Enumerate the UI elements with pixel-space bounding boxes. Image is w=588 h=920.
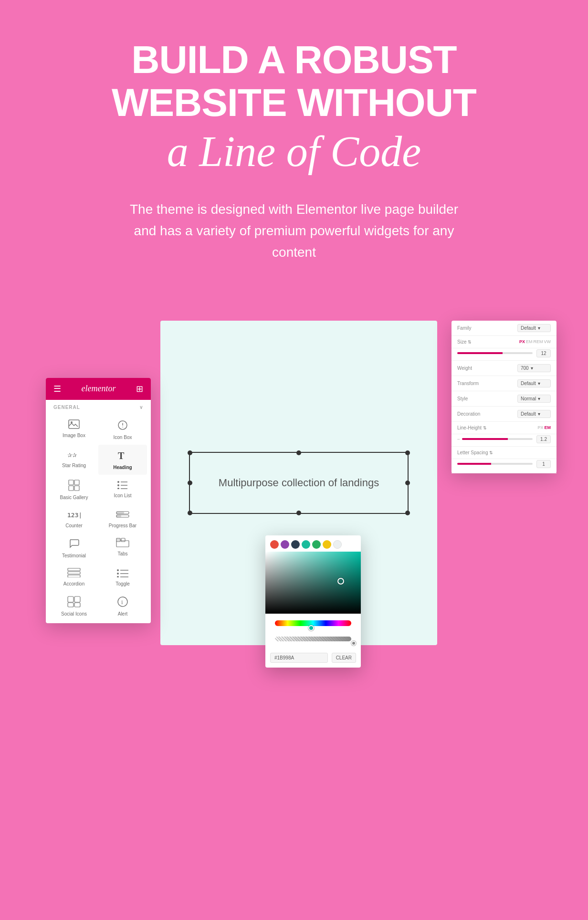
svg-point-26 [117,569,119,571]
svg-text:123|: 123| [67,512,81,519]
widget-icon-box-label: Icon Box [114,435,132,440]
svg-rect-32 [68,596,74,602]
typo-letterspacing-slider[interactable] [457,463,533,465]
handle-top-center[interactable] [296,450,301,455]
handle-middle-right[interactable] [405,481,410,485]
hue-slider[interactable] [275,620,351,626]
swatch-purple[interactable] [281,540,289,549]
hero-title-line1: BUILD A ROBUST [38,38,550,81]
typo-size-label: Size ⇅ [457,339,495,345]
handle-top-left[interactable] [188,450,192,455]
swatch-yellow[interactable] [323,540,331,549]
widget-accordion[interactable]: Accordion [50,563,98,591]
handle-top-right[interactable] [405,450,410,455]
opacity-slider-cursor[interactable] [351,641,356,646]
chevron-down-icon: ▾ [538,381,540,386]
grid-icon[interactable]: ⊞ [136,384,143,394]
typo-size-link-icon: ⇅ [468,340,472,345]
hue-slider-cursor[interactable] [308,625,314,631]
widget-heading-label: Heading [113,465,132,470]
swatch-dark[interactable] [291,540,300,549]
chevron-down-icon[interactable]: ∨ [139,405,143,410]
handle-bottom-right[interactable] [405,511,410,515]
typo-transform-value: Default ▾ [495,379,551,387]
swatch-light[interactable] [333,540,342,549]
icon-list-icon [117,480,128,491]
widget-counter[interactable]: 123| Counter [50,505,98,533]
svg-rect-24 [68,572,80,574]
widget-tabs[interactable]: Tabs [98,533,147,563]
typo-transform-row: Transform Default ▾ [452,376,556,391]
typo-lineheight-unit-group: PX EM [537,425,551,430]
widget-alert[interactable]: i Alert [98,591,147,621]
typo-transform-label: Transform [457,381,495,386]
hex-input[interactable]: #1B998A [270,653,328,663]
typo-decoration-label: Decoration [457,411,495,417]
hamburger-icon[interactable]: ☰ [53,384,61,394]
clear-button[interactable]: CLEAR [332,653,356,663]
gradient-cursor[interactable] [337,578,344,585]
typo-size-number[interactable]: 12 [536,349,551,357]
typo-weight-row: Weight 700 ▾ [452,361,556,376]
widget-testimonial[interactable]: Testimonial [50,533,98,563]
chevron-down-icon: ▾ [538,411,540,417]
widget-progress-bar[interactable]: Progress Bar [98,505,147,533]
opacity-slider[interactable] [275,637,351,641]
typo-lineheight-minus[interactable]: − [457,437,460,442]
elementor-panel: ☰ elementor ⊞ GENERAL ∨ Image Box Icon B… [46,378,151,623]
widget-star-rating-label: Star Rating [62,463,86,468]
swatch-red[interactable] [270,540,279,549]
typo-lineheight-number[interactable]: 1.2 [536,435,551,443]
icon-box-icon [117,419,128,433]
widget-image-box[interactable]: Image Box [50,415,98,445]
handle-bottom-center[interactable] [296,511,301,515]
hero-section: BUILD A ROBUST WEBSITE WITHOUT a Line of… [0,0,588,282]
svg-point-28 [117,573,119,575]
widget-social-icons[interactable]: Social Icons [50,591,98,621]
widget-icon-list[interactable]: Icon List [98,475,147,505]
hero-title-line2: WEBSITE WITHOUT [38,81,550,124]
typo-weight-select[interactable]: 700 ▾ [517,364,551,372]
svg-rect-19 [116,515,121,517]
widget-icon-box[interactable]: Icon Box [98,415,147,445]
handle-middle-left[interactable] [188,481,192,485]
typography-panel: Family Default ▾ Size ⇅ PX EM REM VW [452,321,556,473]
typo-size-slider[interactable] [457,352,533,354]
typo-lineheight-label: Line-Height ⇅ [457,425,495,430]
svg-rect-22 [121,538,125,542]
typo-style-select[interactable]: Normal ▾ [517,395,551,403]
color-gradient-box[interactable] [265,552,361,614]
svg-text:T: T [118,450,125,461]
basic-gallery-icon [68,480,80,493]
typo-size-row: Size ⇅ PX EM REM VW [452,336,556,348]
opacity-slider-container [265,637,361,650]
svg-point-9 [117,481,119,483]
svg-rect-33 [74,596,80,602]
handle-bottom-left[interactable] [188,511,192,515]
typo-family-value: Default ▾ [495,324,551,332]
typo-transform-select[interactable]: Default ▾ [517,379,551,387]
widget-alert-label: Alert [118,611,128,617]
svg-rect-25 [68,575,80,577]
widget-tabs-label: Tabs [117,551,127,556]
typo-letterspacing-number[interactable]: 1 [536,460,551,468]
swatch-green[interactable] [312,540,321,549]
typo-size-units: PX EM REM VW [519,339,551,344]
typo-lineheight-slider[interactable] [462,438,533,440]
widget-toggle[interactable]: Toggle [98,563,147,591]
widget-basic-gallery[interactable]: Basic Gallery [50,475,98,505]
alert-icon: i [117,596,128,609]
selected-element[interactable]: Multipurpose collection of landings [189,452,409,514]
typo-family-select[interactable]: Default ▾ [517,324,551,332]
typo-style-row: Style Normal ▾ [452,391,556,407]
widget-star-rating[interactable]: ✰✰ Star Rating [50,445,98,475]
elementor-logo: elementor [82,384,116,394]
panel-section-label: GENERAL ∨ [46,400,151,413]
widget-heading[interactable]: T Heading [98,445,147,475]
typo-size-slider-row: 12 [452,348,556,361]
typo-letterspacing-row: Letter Spacing ⇅ [452,447,556,459]
swatch-teal[interactable] [302,540,310,549]
svg-rect-21 [116,538,120,542]
svg-text:✰✰: ✰✰ [67,452,77,459]
typo-decoration-select[interactable]: Default ▾ [517,410,551,418]
